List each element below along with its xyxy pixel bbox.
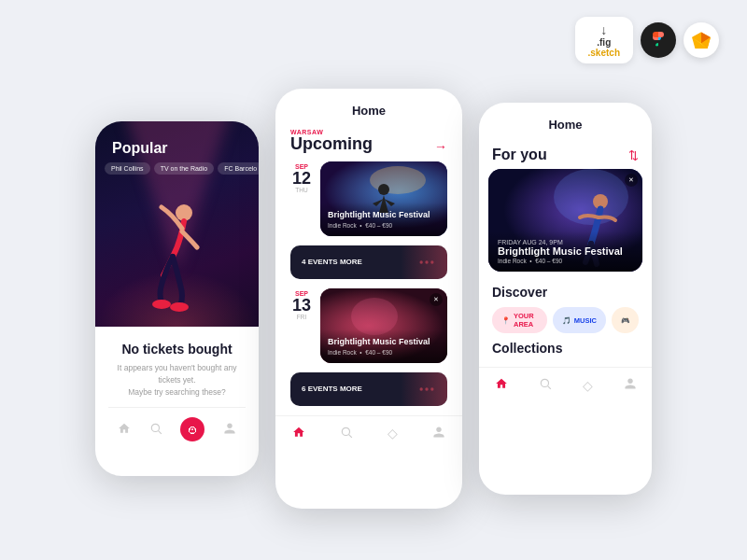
collections-title: Collections [479, 341, 652, 363]
featured-name: Brightlight Music Festival [498, 245, 633, 257]
phone-1: Popular Phil Collins TV on the Radio FC … [95, 121, 259, 476]
svg-point-22 [342, 427, 349, 435]
upcoming-arrow[interactable]: → [434, 139, 447, 154]
phone-3-header: Home [479, 103, 652, 139]
svg-point-27 [541, 379, 548, 386]
phone-3: Home For you ⇅ [479, 103, 652, 495]
event-img-1: Brightlight Music Festival Indie Rock • … [320, 161, 447, 236]
event-overlay-2: Brightlight Music Festival Indie Rock • … [320, 329, 447, 363]
figma-icon[interactable] [641, 22, 676, 58]
p2-nav-search-icon[interactable] [340, 426, 353, 441]
phone-1-hero: Popular Phil Collins TV on the Radio FC … [95, 121, 259, 327]
p3-nav-home-icon[interactable] [495, 377, 508, 393]
nav-search-icon[interactable] [149, 422, 162, 438]
event-overlay-1: Brightlight Music Festival Indie Rock • … [320, 203, 447, 236]
chip-music-label: MUSIC [574, 316, 597, 325]
more-events-label-2: 6 EVENTS MORE [302, 385, 362, 393]
popular-title: Popular [112, 140, 168, 157]
svg-point-13 [378, 184, 389, 195]
featured-card[interactable]: ✕ Friday Aug 24, 9PM Brightlight Music F… [488, 169, 642, 272]
nav-profile-icon[interactable] [223, 422, 236, 438]
phone-3-nav: ◇ [479, 367, 652, 400]
p2-nav-profile-icon[interactable] [432, 426, 445, 441]
no-tickets-sub: It appears you haven't bought any ticket… [108, 362, 246, 398]
discover-title: Discover [492, 285, 639, 300]
p3-nav-search-icon[interactable] [539, 377, 552, 393]
fig-label: .fig [597, 37, 611, 48]
music-icon: 🎵 [562, 316, 571, 325]
more-events-label-1: 4 EVENTS MORE [302, 258, 362, 266]
sketch-icon[interactable] [684, 22, 719, 58]
p2-nav-home-icon[interactable] [292, 426, 305, 441]
featured-img: ✕ Friday Aug 24, 9PM Brightlight Music F… [488, 169, 642, 272]
section-header: Warsaw Upcoming → [275, 125, 462, 161]
chip-your-area[interactable]: 📍 YOUR AREA [492, 307, 547, 333]
event-day-1: 12 [292, 170, 311, 187]
tags-row: Phil Collins TV on the Radio FC Barcelo [105, 162, 259, 175]
tag-0[interactable]: Phil Collins [105, 162, 150, 175]
event-date-2: SEP 13 FRI [290, 288, 313, 363]
chip-extra[interactable]: 🎮 [612, 307, 639, 333]
event-day-2: 13 [292, 297, 311, 314]
extra-icon: 🎮 [621, 316, 629, 325]
featured-date: Friday Aug 24, 9PM [498, 239, 633, 245]
svg-point-6 [152, 300, 171, 309]
svg-point-8 [151, 424, 159, 431]
event-meta-1: Indie Rock • €40 – €90 [328, 222, 440, 229]
event-item-1: SEP 12 THU B [275, 161, 462, 245]
svg-line-9 [158, 430, 161, 433]
sketch-label: .sketch [588, 48, 620, 58]
event-name-1: Brightlight Music Festival [328, 210, 440, 220]
dancer-figure [145, 196, 210, 317]
more-events-btn-1[interactable]: 4 EVENTS MORE [290, 245, 447, 279]
no-tickets-title: No tickets bought [108, 342, 246, 357]
event-date-1: SEP 12 THU [290, 161, 313, 236]
svg-point-7 [170, 302, 189, 312]
event-item-2: SEP 13 FRI ✕ Brightlight Music Festival [275, 288, 462, 372]
nav-ticket-active-icon[interactable] [180, 417, 204, 441]
discover-section: Discover 📍 YOUR AREA 🎵 MUSIC 🎮 [479, 281, 652, 341]
svg-point-12 [370, 166, 426, 194]
event-name-2: Brightlight Music Festival [328, 337, 440, 347]
tag-2[interactable]: FC Barcelo [218, 162, 259, 175]
for-you-header: For you ⇅ [479, 139, 652, 169]
svg-point-10 [191, 428, 193, 430]
download-arrow-icon: ↓ [600, 22, 607, 37]
featured-info: Friday Aug 24, 9PM Brightlight Music Fes… [488, 231, 642, 272]
phone-1-nav [108, 407, 246, 449]
nav-home-icon[interactable] [118, 422, 131, 438]
top-bar: ↓ .fig .sketch [575, 17, 719, 63]
upcoming-title: Upcoming [290, 135, 373, 154]
featured-close-btn[interactable]: ✕ [625, 174, 638, 187]
close-btn-2[interactable]: ✕ [430, 293, 443, 306]
chip-music[interactable]: 🎵 MUSIC [553, 307, 606, 333]
p3-nav-diamond-icon[interactable]: ◇ [583, 378, 593, 393]
for-you-title: For you [492, 147, 547, 163]
featured-meta: Indie Rock • €40 – €90 [498, 258, 633, 264]
event-img-2: ✕ Brightlight Music Festival Indie Rock … [320, 288, 447, 363]
event-card-1[interactable]: Brightlight Music Festival Indie Rock • … [320, 161, 447, 236]
phone-2-nav: ◇ [275, 415, 462, 449]
download-button[interactable]: ↓ .fig .sketch [575, 17, 633, 63]
phone-2-header: Home [275, 89, 462, 125]
chip-your-area-label: YOUR AREA [514, 312, 538, 329]
p3-nav-profile-icon[interactable] [624, 377, 637, 393]
discover-chips: 📍 YOUR AREA 🎵 MUSIC 🎮 [492, 307, 639, 333]
phone-1-bottom: No tickets bought It appears you haven't… [95, 327, 259, 458]
p2-nav-diamond-icon[interactable]: ◇ [388, 426, 398, 441]
filter-icon[interactable]: ⇅ [628, 148, 639, 162]
event-meta-2: Indie Rock • €40 – €90 [328, 349, 440, 356]
more-events-btn-2[interactable]: 6 EVENTS MORE [290, 372, 447, 406]
phone-2: Home Warsaw Upcoming → SEP 12 THU [275, 89, 462, 509]
event-card-2[interactable]: ✕ Brightlight Music Festival Indie Rock … [320, 288, 447, 363]
svg-line-23 [349, 434, 352, 437]
event-dow-1: THU [295, 187, 307, 193]
tag-1[interactable]: TV on the Radio [154, 162, 215, 175]
location-icon: 📍 [501, 316, 510, 325]
phones-container: Popular Phil Collins TV on the Radio FC … [95, 89, 652, 509]
event-dow-2: FRI [297, 314, 306, 320]
svg-line-28 [547, 386, 550, 389]
